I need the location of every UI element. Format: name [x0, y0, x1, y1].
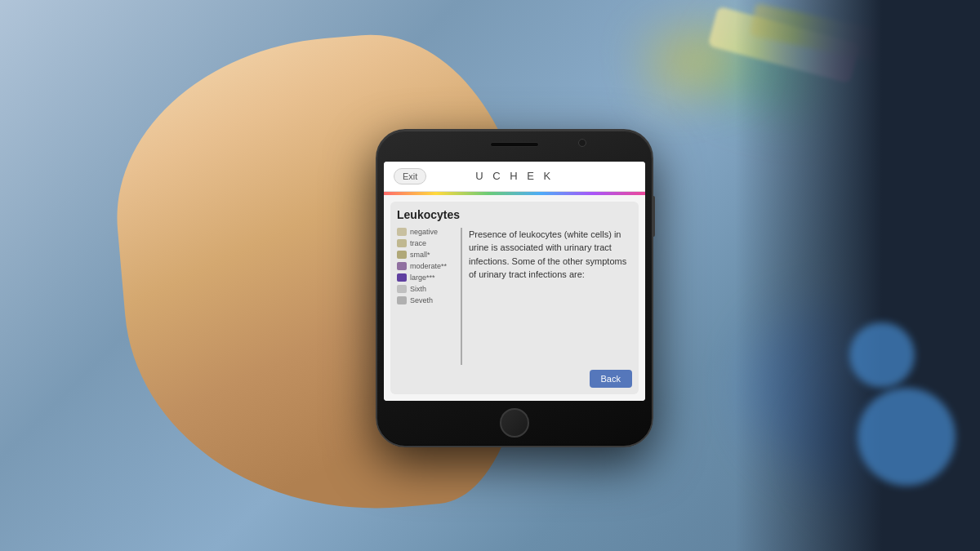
card-body: negative trace small*: [397, 228, 632, 365]
description-text: Presence of leukocytes (white cells) in …: [469, 229, 626, 280]
swatch-trace: [397, 239, 407, 247]
content-card: Leukocytes negative: [390, 202, 639, 394]
phone-wrapper: Exit U C H E K Leukocytes: [376, 129, 653, 447]
legend-item-large: large***: [397, 273, 454, 282]
swatch-sixth: [397, 285, 407, 293]
phone-speaker: [490, 142, 539, 147]
exit-button[interactable]: Exit: [394, 168, 426, 184]
hand-area: Exit U C H E K Leukocytes: [204, 39, 776, 513]
swatch-seventh: [397, 296, 407, 304]
section-title: Leukocytes: [397, 208, 632, 221]
label-negative: negative: [410, 228, 438, 236]
app-content: Leukocytes negative: [384, 195, 645, 401]
legend-item-negative: negative: [397, 228, 454, 236]
legend-item-sixth: Sixth: [397, 285, 454, 293]
back-button-row: Back: [397, 370, 632, 388]
phone-screen: Exit U C H E K Leukocytes: [384, 162, 645, 401]
legend-column: negative trace small*: [397, 228, 454, 365]
label-large: large***: [410, 273, 435, 282]
phone-side-button: [652, 196, 655, 237]
phone-body: Exit U C H E K Leukocytes: [376, 129, 653, 447]
label-moderate: moderate**: [410, 262, 447, 270]
label-seventh: Seveth: [410, 296, 433, 304]
label-small: small*: [410, 251, 430, 259]
swatch-negative: [397, 228, 407, 236]
label-trace: trace: [410, 239, 426, 247]
legend-item-trace: trace: [397, 239, 454, 247]
phone-camera: [578, 139, 586, 147]
swatch-large: [397, 273, 407, 282]
swatch-small: [397, 251, 407, 259]
phone-home-button[interactable]: [500, 408, 529, 438]
description-column: Presence of leukocytes (white cells) in …: [461, 228, 632, 365]
back-button[interactable]: Back: [590, 370, 632, 388]
app-header: Exit U C H E K: [384, 162, 645, 192]
label-sixth: Sixth: [410, 285, 426, 293]
legend-item-small: small*: [397, 251, 454, 259]
app-title: U C H E K: [475, 170, 554, 182]
legend-item-moderate: moderate**: [397, 262, 454, 270]
legend-item-seventh: Seveth: [397, 296, 454, 304]
swatch-moderate: [397, 262, 407, 270]
scene-container: Exit U C H E K Leukocytes: [0, 0, 980, 551]
